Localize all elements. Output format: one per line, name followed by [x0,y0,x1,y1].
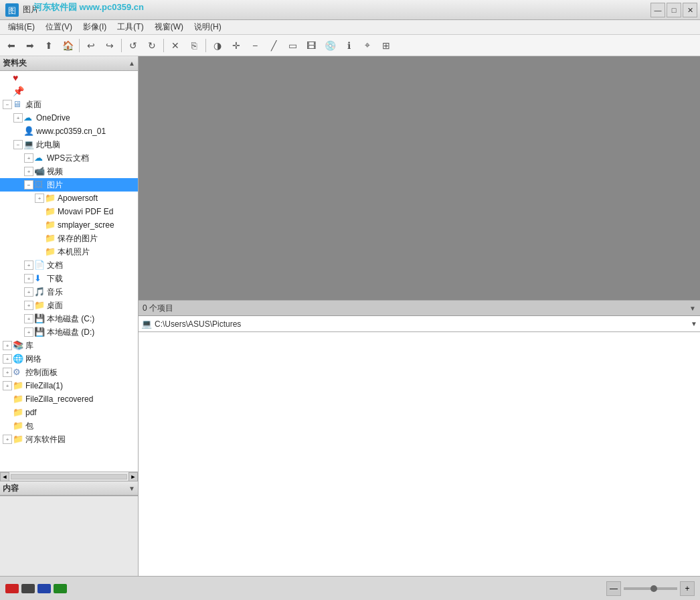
toolbar-btn-5[interactable]: ↩ [82,37,100,54]
menu-view[interactable]: 位置(V) [40,20,78,34]
expander-filezilla1[interactable]: + [3,381,12,390]
tree-label-library: 库 [25,340,33,352]
tree-item-star[interactable]: 📌 [0,84,138,98]
folder-photos-icon: 📁 [45,246,56,257]
tree-item-onedrive[interactable]: + ☁ OneDrive [0,111,138,125]
minimize-button[interactable]: — [650,3,665,17]
tree-label-apowersoft: Apowersoft [58,194,98,203]
tree-item-user[interactable]: 👤 www.pc0359.cn_01 [0,125,138,138]
tree-item-library[interactable]: + 📚 库 [0,339,138,352]
toolbar-btn-rect[interactable]: ▭ [284,37,301,54]
tree-item-thispc[interactable]: − 💻 此电脑 [0,138,138,151]
tree-item-pdf[interactable]: 📁 pdf [0,406,138,419]
toolbar-btn-1[interactable]: ⬅ [3,37,20,54]
toolbar-btn-minus[interactable]: − [246,37,264,54]
tree-item-heart[interactable]: ♥ [0,71,138,84]
scroll-right[interactable]: ► [128,472,138,481]
expander-pictures[interactable]: − [24,180,33,190]
maximize-button[interactable]: □ [667,3,681,17]
tree-item-videos[interactable]: + 📹 视频 [0,165,138,178]
menu-help[interactable]: 说明(H) [189,20,227,34]
right-panel: 0 个项目 ▼ 💻 C:\Users\ASUS\Pictures ▼ [139,56,700,576]
toolbar-btn-grid[interactable]: ⊞ [377,37,395,54]
scroll-left[interactable]: ◄ [0,472,9,481]
tree-item-smplayer[interactable]: 📁 smplayer_scree [0,218,138,232]
tree-item-docs[interactable]: + 📄 文档 [0,258,138,272]
expander-hedong[interactable]: + [3,435,12,444]
expander-network[interactable]: + [3,354,12,364]
content-header-arrow[interactable]: ▼ [128,485,135,492]
tree-item-bao[interactable]: 📁 包 [0,419,138,433]
tree-item-desktop[interactable]: − 🖥 桌面 [0,98,138,111]
expander-desktop2[interactable]: + [24,301,33,310]
menu-image[interactable]: 影像(I) [78,20,112,34]
expander-music[interactable]: + [24,287,33,297]
menu-window[interactable]: 视窗(W) [149,20,189,34]
tree-item-saved-pics[interactable]: 📁 保存的图片 [0,232,138,245]
zoom-in-button[interactable]: + [680,581,695,596]
expander-apowersoft[interactable]: + [35,194,44,203]
tree-item-hedong[interactable]: + 📁 河东软件园 [0,433,138,446]
menu-tools[interactable]: 工具(T) [112,20,149,34]
tree-label-onedrive: OneDrive [36,113,70,123]
sep-4 [205,39,206,52]
folder-header-arrow[interactable]: ▲ [128,60,135,67]
toolbar-btn-pie[interactable]: ◑ [209,37,226,54]
tree-item-wps[interactable]: + ☁ WPS云文档 [0,151,138,165]
tree-item-control[interactable]: + ⚙ 控制面板 [0,366,138,379]
titlebar: 图 图片 河东软件园 www.pc0359.cn — □ ✕ [0,0,700,20]
expander-onedrive[interactable]: + [13,113,23,123]
toolbar-btn-copy[interactable]: ⎘ [185,37,203,54]
toolbar-btn-delete[interactable]: ✕ [167,37,184,54]
h-scrollbar[interactable]: ◄ ► [0,471,138,481]
toolbar-btn-cd[interactable]: 💿 [321,37,339,54]
toolbar-btn-cursor[interactable]: ⌖ [359,37,376,54]
tree-item-local-photos[interactable]: 📁 本机照片 [0,245,138,258]
tree-item-pictures[interactable]: − 🖼 图片 [0,178,138,192]
path-dropdown[interactable]: ▼ [691,320,697,327]
zoom-out-button[interactable]: — [606,581,621,596]
expander-docs[interactable]: + [24,260,33,270]
toolbar-btn-rotate-right[interactable]: ↻ [143,37,161,54]
toolbar-btn-2[interactable]: ➡ [21,37,39,54]
desktop-icon: 🖥 [13,99,23,110]
expander-thispc[interactable]: − [13,140,23,149]
tree-item-drive-d[interactable]: + 💾 本地磁盘 (D:) [0,325,138,339]
statusbar: — + [0,576,700,600]
expander-wps[interactable]: + [24,153,33,163]
expander-videos[interactable]: + [24,167,33,176]
toolbar-btn-4[interactable]: 🏠 [59,37,76,54]
toolbar-btn-rotate-left[interactable]: ↺ [124,37,142,54]
expander-drive-c[interactable]: + [24,314,33,323]
tree-item-network[interactable]: + 🌐 网络 [0,352,138,366]
tree-area[interactable]: ♥ 📌 − 🖥 桌面 + ☁ OneDrive 👤 [0,71,138,471]
expander-library[interactable]: + [3,341,12,350]
toolbar-btn-3[interactable]: ⬆ [40,37,58,54]
tree-item-filezilla1[interactable]: + 📁 FileZilla(1) [0,379,138,392]
menu-edit[interactable]: 编辑(E) [3,20,40,34]
expander-desktop[interactable]: − [3,100,12,109]
close-button[interactable]: ✕ [683,3,697,17]
tree-item-apowersoft[interactable]: + 📁 Apowersoft [0,192,138,205]
menubar: 编辑(E) 位置(V) 影像(I) 工具(T) 视窗(W) 说明(H) [0,20,700,35]
expander-control[interactable]: + [3,368,12,377]
tree-item-filezilla-recovered[interactable]: 📁 FileZilla_recovered [0,392,138,406]
tree-label-desktop2: 桌面 [47,300,63,311]
toolbar-btn-6[interactable]: ↪ [101,37,118,54]
count-dropdown[interactable]: ▼ [689,305,696,312]
tree-item-music[interactable]: + 🎵 音乐 [0,285,138,299]
toolbar-btn-line[interactable]: ╱ [265,37,282,54]
zoom-slider[interactable] [624,587,677,590]
tree-item-movavi[interactable]: 📁 Movavi PDF Ed [0,205,138,218]
tree-item-drive-c[interactable]: + 💾 本地磁盘 (C:) [0,312,138,325]
expander-downloads[interactable]: + [24,274,33,283]
file-area[interactable] [139,332,700,576]
toolbar-btn-plus[interactable]: ✛ [228,37,245,54]
watermark: 河东软件园 www.pc0359.cn [33,1,144,13]
tree-item-downloads[interactable]: + ⬇ 下载 [0,272,138,285]
toolbar-btn-film[interactable]: 🎞 [302,37,320,54]
tree-item-desktop2[interactable]: + 📁 桌面 [0,299,138,312]
music-icon: 🎵 [34,287,45,297]
toolbar-btn-info[interactable]: ℹ [340,37,357,54]
expander-drive-d[interactable]: + [24,327,33,337]
